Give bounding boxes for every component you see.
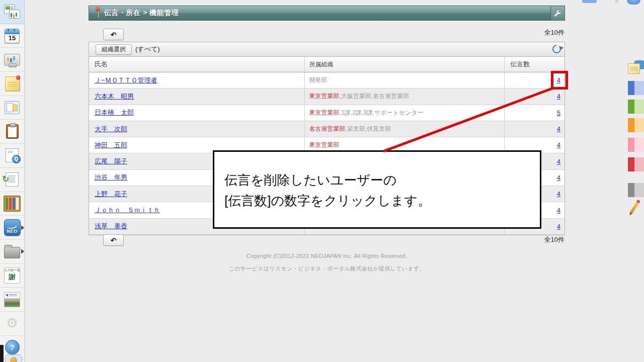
pencil-icon[interactable]: [630, 202, 639, 214]
expand-arrow-icon[interactable]: [21, 249, 24, 254]
sidebar-item-facility[interactable]: [0, 48, 24, 72]
message-count-link[interactable]: 4: [557, 158, 560, 165]
message-count-link[interactable]: 4: [557, 141, 560, 149]
settings-wrench-button[interactable]: [550, 6, 565, 20]
app-header-bar: 伝言・所在 > 機能管理: [89, 6, 565, 21]
bookshelf-icon: [4, 196, 21, 212]
message-count-link[interactable]: 4: [557, 190, 560, 198]
help-icon: ?: [5, 340, 20, 354]
facility-presentation-icon: [4, 54, 20, 66]
expand-arrow-icon[interactable]: [21, 225, 24, 230]
wrench-icon: [553, 9, 562, 18]
banner-photo-icon: [4, 292, 20, 307]
annotation-line-2: [伝言数]の数字をクリックします。: [224, 191, 540, 211]
sidebar-item-todo[interactable]: ✓✓ Q: [0, 144, 24, 168]
table-row: 日本橋 太郎東京営業部, 1課, 2課, 3課, サポートセンター5: [89, 105, 565, 121]
sidebar-item-cabinet[interactable]: [0, 192, 24, 216]
memo-bubble-icon[interactable]: [628, 60, 643, 75]
column-header-name: 氏名: [89, 57, 305, 72]
user-name-link[interactable]: 渋谷 年男: [95, 173, 127, 182]
app-sidebar: 15 ✓✓ Q ↻ NEO たのめーる: [0, 0, 25, 362]
right-rail: [628, 0, 644, 362]
message-count-link[interactable]: 4: [557, 93, 560, 100]
tanomail-glyph: 謝: [5, 273, 20, 281]
org-list: 東京営業部, 大阪営業部, 名古屋営業部: [305, 88, 505, 104]
user-name-link[interactable]: 広尾 陽子: [95, 157, 127, 166]
column-header-org: 所属組織: [305, 57, 505, 72]
back-button[interactable]: ↶: [103, 234, 124, 246]
sidebar-item-portal[interactable]: [0, 0, 24, 24]
message-count-link[interactable]: 5: [557, 109, 560, 117]
partial-toolbar-icon: [582, 0, 597, 3]
user-partial-icon[interactable]: [5, 354, 22, 362]
page-title: 伝言・所在 > 機能管理: [104, 9, 179, 18]
label-red-icon[interactable]: [628, 157, 644, 171]
table-row: 大手 次郎名古屋営業部, 栄支部, 伏見支部4: [89, 121, 565, 137]
message-note-icon: [5, 76, 20, 91]
note-icon: [98, 8, 99, 18]
sidebar-item-banner[interactable]: [0, 288, 24, 312]
table-row: Ｊ−ＭＯＴＴＯ管理者開発部4: [89, 72, 565, 88]
label-green-icon[interactable]: [628, 100, 644, 114]
annotation-target-box: [551, 71, 568, 89]
clipboard-icon: [6, 124, 19, 139]
org-list: 名古屋営業部, 栄支部, 伏見支部: [305, 121, 505, 137]
label-orange-icon[interactable]: [628, 118, 644, 132]
message-count-link[interactable]: 4: [557, 174, 560, 182]
workflow-icon: ↻: [6, 172, 19, 187]
user-name-link[interactable]: Ｊ−ＭＯＴＴＯ管理者: [95, 76, 157, 85]
table-row: 六本木 昭男東京営業部, 大阪営業部, 名古屋営業部4: [89, 88, 565, 105]
user-name-link[interactable]: 浅草 美香: [95, 222, 127, 231]
column-header-count: 伝言数: [505, 57, 565, 72]
user-name-link[interactable]: 上野 花子: [95, 190, 127, 199]
total-count-bottom: 全10件: [544, 235, 565, 244]
sidebar-item-neo[interactable]: NEO: [0, 216, 24, 240]
tanomail-label: たのめーる: [5, 268, 20, 273]
org-select-button[interactable]: 組織選択: [96, 44, 132, 55]
folder-icon: [4, 247, 20, 258]
footer-provider: このサービスはリスモン・ビジネス・ポータル株式会社が提供しています。: [89, 265, 565, 273]
org-list: 開発部: [305, 72, 505, 88]
org-filter-value: (すべて): [135, 45, 160, 54]
user-name-link[interactable]: 日本橋 太郎: [95, 108, 134, 117]
annotation-line-1: 伝言を削除したいユーザーの: [224, 170, 540, 191]
calendar-day: 15: [5, 34, 19, 42]
circular-arrow-glyph: ↻: [2, 174, 9, 185]
neo-icon: NEO: [4, 219, 21, 236]
message-count-link[interactable]: 4: [557, 223, 560, 230]
partial-toolbar-icon: [615, 0, 618, 3]
user-name-link[interactable]: Ｊｏｈｎ Ｓｍｉｔｈ: [95, 206, 160, 215]
user-name-link[interactable]: 六本木 昭男: [95, 92, 134, 101]
sidebar-item-settings[interactable]: ⚙: [0, 312, 24, 336]
document-frame-icon: [5, 101, 20, 114]
check-marks: ✓✓: [7, 149, 13, 154]
label-pink-icon[interactable]: [628, 138, 644, 152]
sidebar-item-workflow[interactable]: ↻: [0, 168, 24, 192]
schedule-icon: 15: [5, 29, 20, 43]
message-count-link[interactable]: 4: [557, 207, 560, 214]
table-header: 氏名 所属組織 伝言数: [89, 57, 565, 72]
back-arrow-icon: ↶: [111, 236, 117, 244]
message-count-link[interactable]: 4: [557, 125, 560, 133]
label-blue-icon[interactable]: [628, 81, 644, 95]
sidebar-item-folder[interactable]: [0, 240, 24, 264]
footer-copyright: Copyright (C)2012-2022 NEOJAPAN Inc. All…: [89, 253, 565, 259]
user-name-link[interactable]: 大手 次郎: [95, 125, 127, 134]
sidebar-item-tanomail[interactable]: たのめーる 謝: [0, 264, 24, 288]
portal-icon: [4, 5, 20, 19]
tanomail-icon: たのめーる 謝: [4, 267, 20, 284]
sidebar-item-document[interactable]: [0, 96, 24, 120]
settings-gear-icon: ⚙: [6, 317, 18, 330]
label-gray-icon[interactable]: [628, 183, 644, 197]
back-button[interactable]: ↶: [103, 29, 124, 40]
todo-search-icon: ✓✓ Q: [6, 148, 19, 162]
background-strip: [0, 345, 4, 362]
sidebar-item-clipboard[interactable]: [0, 120, 24, 144]
annotation-box: 伝言を削除したいユーザーの [伝言数]の数字をクリックします。: [213, 150, 541, 229]
table-toolbar: 組織選択 (すべて): [89, 42, 565, 57]
user-name-link[interactable]: 神田 五郎: [95, 141, 127, 150]
sidebar-item-schedule[interactable]: 15: [0, 24, 24, 48]
refresh-icon[interactable]: [551, 43, 563, 55]
sidebar-item-message[interactable]: [0, 72, 24, 96]
org-list: 東京営業部, 1課, 2課, 3課, サポートセンター: [305, 105, 505, 121]
